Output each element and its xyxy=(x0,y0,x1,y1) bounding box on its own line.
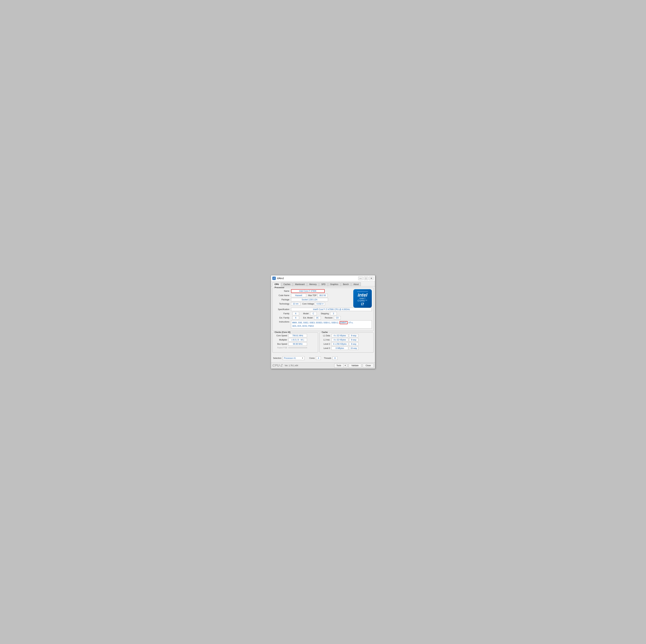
tools-dropdown-button[interactable]: ▼ xyxy=(343,364,347,367)
validate-button[interactable]: Validate xyxy=(348,364,361,368)
l1inst-label: L1 Inst. xyxy=(321,339,331,341)
l1data-row: L1 Data 4 x 32 KBytes 8-way xyxy=(321,334,372,337)
name-row: Name Intel Core i7 4790K xyxy=(274,289,352,293)
tab-memory[interactable]: Memory xyxy=(307,282,319,286)
processor-top-section: Name Intel Core i7 4790K Code Name Haswe… xyxy=(274,289,372,308)
level2-label: Level 2 xyxy=(321,343,331,345)
extfamily-field: 6 xyxy=(292,316,299,319)
specification-row: Specification Intel® Core™ i7-4790K CPU … xyxy=(274,308,372,311)
inside-text: inside™ xyxy=(359,297,365,299)
name-field: Intel Core i7 4790K xyxy=(291,289,325,293)
codename-label: Code Name xyxy=(274,294,291,297)
corevoltage-field: 0.032 V xyxy=(315,302,325,305)
l1data-way: 8-way xyxy=(349,334,358,337)
bottom-section: Clocks (Core #0) Core Speed 799.81 MHz M… xyxy=(273,333,373,354)
selection-label: Selection xyxy=(273,357,281,359)
corespeed-label: Core Speed xyxy=(274,335,289,337)
clocks-group-label: Clocks (Core #0) xyxy=(274,331,291,334)
intel-badge: ▪▪▪▪▪▪▪▪▪▪▪▪▪▪▪▪▪▪▪▪ intel inside™ CORE™… xyxy=(353,289,372,308)
instructions-label: Instructions xyxy=(274,320,291,323)
level3-way: 16-way xyxy=(349,347,358,350)
extfamily-row: Ext. Family 6 Ext. Model 3C Revision C0 xyxy=(274,316,372,319)
busspeed-field: 99.98 MHz xyxy=(289,342,307,346)
family-row: Family 6 Model C Stepping 3 xyxy=(274,312,372,315)
ratedfsb-label: Rated FSB xyxy=(274,347,289,349)
tabs-bar: CPU Caches Mainboard Memory SPD Graphics… xyxy=(271,281,375,286)
em64t-highlight: EM64T, xyxy=(339,321,348,324)
footer-brand: CPU-Z xyxy=(273,364,283,367)
model-field: C xyxy=(310,312,317,315)
multiplier-field: x 8.0 ( 8 - 44 ) xyxy=(289,338,307,342)
multiplier-label: Multiplier xyxy=(274,339,289,341)
busspeed-row: Bus Speed 99.98 MHz xyxy=(274,342,316,346)
instructions-text-3: AES, AVX, AVX2, FMA3 xyxy=(292,325,314,327)
package-field: Socket 1150 LGA xyxy=(291,298,328,301)
maximize-button[interactable]: □ xyxy=(363,276,368,280)
model-label: Model xyxy=(303,312,309,315)
close-button[interactable]: Close xyxy=(363,364,373,368)
window-controls: — □ ✕ xyxy=(358,276,373,280)
close-window-button[interactable]: ✕ xyxy=(369,276,373,280)
level2-field: 4 x 256 KBytes xyxy=(331,342,348,346)
threads-field: 8 xyxy=(333,357,337,360)
maxtdp-field: 88.0 W xyxy=(318,294,328,297)
level3-row: Level 3 8 MBytes 16-way xyxy=(321,347,372,350)
window-title: CPU-Z xyxy=(277,277,358,280)
corevoltage-label: Core Voltage xyxy=(302,303,314,305)
busspeed-label: Bus Speed xyxy=(274,343,289,345)
selection-value: Processor #1 xyxy=(284,357,296,359)
level2-way: 8-way xyxy=(349,342,358,346)
revision-label: Revision xyxy=(325,316,333,319)
cores-label: Cores xyxy=(309,357,315,359)
technology-label: Technology xyxy=(274,303,291,305)
level2-row: Level 2 4 x 256 KBytes 8-way xyxy=(321,342,372,346)
title-bar: Z CPU-Z — □ ✕ xyxy=(271,275,375,281)
processor-group: Processor Name Intel Core i7 4790K Code … xyxy=(273,288,373,331)
revision-field: C0 xyxy=(334,316,341,319)
instructions-row: Instructions MMX, SSE, SSE2, SSE3, SSSE3… xyxy=(274,320,372,329)
cache-group-label: Cache xyxy=(321,331,328,334)
specification-field: Intel® Core™ i7-4790K CPU @ 4.00GHz xyxy=(291,308,372,311)
stepping-label: Stepping xyxy=(321,312,329,315)
technology-row: Technology 22 nm Core Voltage 0.032 V xyxy=(274,302,352,305)
tools-button[interactable]: Tools xyxy=(334,364,343,368)
app-icon: Z xyxy=(273,277,276,280)
l1inst-field: 4 x 32 KBytes xyxy=(331,338,348,342)
threads-label: Threads xyxy=(324,357,331,359)
technology-field: 22 nm xyxy=(291,302,300,305)
codename-field: Haswell xyxy=(291,294,306,297)
l1inst-way: 8-way xyxy=(349,338,358,342)
selection-row: Selection Processor #1 ▼ Cores 4 Threads… xyxy=(273,355,373,361)
multiplier-row: Multiplier x 8.0 ( 8 - 44 ) xyxy=(274,338,316,342)
package-label: Package xyxy=(274,298,291,301)
core-text: CORE™ xyxy=(357,299,367,302)
l1data-label: L1 Data xyxy=(321,335,331,337)
tab-spd[interactable]: SPD xyxy=(319,282,328,286)
extmodel-field: 3C xyxy=(314,316,321,319)
cache-group: Cache L1 Data 4 x 32 KBytes 8-way L1 Ins… xyxy=(319,333,373,353)
ratedfsb-row: Rated FSB xyxy=(274,347,316,349)
main-window: Z CPU-Z — □ ✕ CPU Caches Mainboard Memor… xyxy=(271,275,375,369)
intel-text: intel xyxy=(358,293,367,297)
ratedfsb-field xyxy=(289,347,307,348)
tab-cpu[interactable]: CPU xyxy=(273,282,281,286)
clocks-group: Clocks (Core #0) Core Speed 799.81 MHz M… xyxy=(273,333,318,353)
specification-label: Specification xyxy=(274,308,291,310)
minimize-button[interactable]: — xyxy=(358,276,363,280)
tab-mainboard[interactable]: Mainboard xyxy=(293,282,307,286)
name-label: Name xyxy=(274,290,291,292)
level3-label: Level 3 xyxy=(321,347,331,350)
tab-bench[interactable]: Bench xyxy=(341,282,351,286)
dropdown-arrow-icon: ▼ xyxy=(302,357,303,359)
badge-decoration: ▪▪▪▪▪▪▪▪▪▪▪▪▪▪▪▪▪▪▪▪ xyxy=(357,291,368,292)
tab-graphics[interactable]: Graphics xyxy=(328,282,340,286)
selection-dropdown[interactable]: Processor #1 ▼ xyxy=(283,356,305,360)
main-content: Processor Name Intel Core i7 4790K Code … xyxy=(271,286,375,362)
codename-row: Code Name Haswell Max TDP 88.0 W xyxy=(274,294,352,297)
footer-version: Ver. 1.78.1.x64 xyxy=(285,364,333,367)
tab-about[interactable]: About xyxy=(351,282,361,286)
tab-caches[interactable]: Caches xyxy=(281,282,293,286)
package-row: Package Socket 1150 LGA xyxy=(274,298,352,301)
footer: CPU-Z Ver. 1.78.1.x64 Tools ▼ Validate C… xyxy=(271,362,375,369)
processor-group-label: Processor xyxy=(274,286,285,289)
